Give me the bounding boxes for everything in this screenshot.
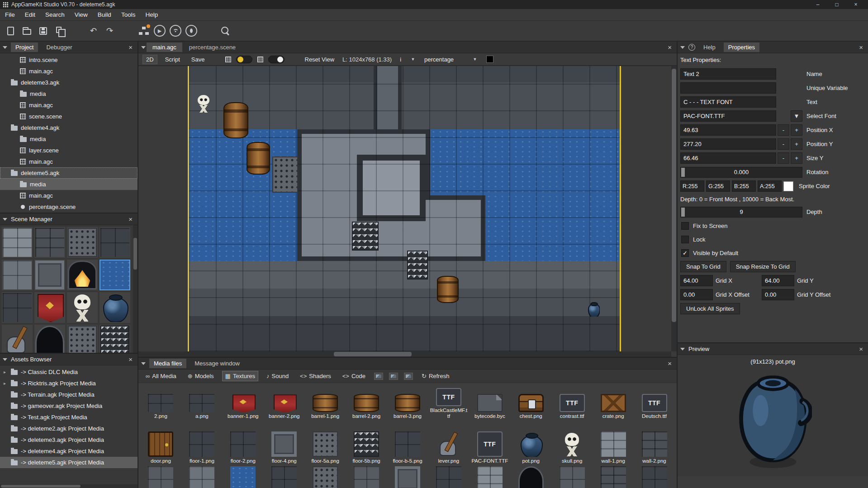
tab-project[interactable]: Project bbox=[11, 43, 38, 52]
snap-to-grid-button[interactable]: Snap To Grid bbox=[680, 261, 726, 272]
media-file-item[interactable]: floor-1.png bbox=[181, 421, 223, 465]
assets-browser-item[interactable]: -> deleteme2.agk Project Media bbox=[0, 423, 138, 434]
thumb-size-large-button[interactable] bbox=[404, 373, 413, 380]
scene-manager-tile[interactable] bbox=[34, 292, 65, 323]
media-file-item[interactable]: wall-1.png bbox=[593, 421, 634, 465]
menu-item[interactable]: Edit bbox=[20, 9, 40, 20]
refresh-button[interactable]: ↻ Refresh bbox=[419, 371, 452, 381]
background-color-swatch[interactable] bbox=[486, 56, 493, 63]
chevron-down-icon[interactable]: ▼ bbox=[409, 57, 417, 62]
thumb-size-small-button[interactable] bbox=[374, 373, 383, 380]
spikes-sprite[interactable] bbox=[352, 222, 379, 251]
color-a-input[interactable]: A:255 bbox=[758, 180, 782, 192]
media-file-item[interactable] bbox=[510, 465, 551, 488]
export-build-button[interactable] bbox=[138, 25, 150, 37]
media-filter-button[interactable]: <> Shaders bbox=[297, 371, 334, 381]
media-file-item[interactable]: bytecode.byc bbox=[469, 383, 510, 421]
mode-2d-button[interactable]: 2D bbox=[143, 55, 157, 64]
fix-to-screen-checkbox[interactable] bbox=[681, 222, 689, 230]
lock-checkbox[interactable] bbox=[681, 236, 689, 243]
pot-sprite[interactable] bbox=[587, 301, 600, 317]
close-icon[interactable]: × bbox=[126, 43, 135, 51]
close-icon[interactable]: × bbox=[665, 360, 674, 367]
size-y-plus-button[interactable]: + bbox=[791, 152, 802, 164]
menu-item[interactable]: Help bbox=[140, 9, 163, 20]
media-file-item[interactable]: floor-5a.png bbox=[305, 421, 346, 465]
project-tree-item[interactable]: scene.scene bbox=[0, 111, 138, 122]
color-b-input[interactable]: B:255 bbox=[732, 180, 756, 192]
assets-browser-item[interactable]: -> deleteme5.agk Project Media bbox=[0, 457, 138, 468]
project-tree-item[interactable]: intro.scene bbox=[0, 54, 138, 66]
project-tree-item[interactable]: main.agc bbox=[0, 66, 138, 77]
media-file-item[interactable]: pot.png bbox=[510, 421, 551, 465]
scene-manager-tile[interactable] bbox=[34, 227, 65, 258]
media-file-item[interactable]: 2.png bbox=[140, 383, 181, 421]
unlock-all-sprites-button[interactable]: UnLock All Sprites bbox=[680, 303, 740, 314]
panel-menu-icon[interactable] bbox=[3, 358, 7, 361]
scene-manager-tile[interactable] bbox=[2, 292, 33, 323]
media-file-item[interactable]: lever.png bbox=[428, 421, 469, 465]
scene-manager-tile[interactable] bbox=[100, 325, 130, 353]
font-dropdown-button[interactable]: ▼ bbox=[791, 110, 802, 122]
close-icon[interactable]: × bbox=[126, 215, 135, 223]
canvas-horizontal-scrollbar[interactable] bbox=[138, 351, 671, 357]
close-button[interactable]: × bbox=[846, 0, 865, 9]
media-file-item[interactable]: TTF Deutsch.ttf bbox=[634, 383, 675, 421]
media-file-item[interactable] bbox=[551, 465, 593, 488]
scene-manager-tile[interactable] bbox=[34, 325, 65, 353]
search-button[interactable] bbox=[219, 25, 231, 37]
snap-toggle[interactable] bbox=[268, 56, 285, 63]
depth-slider[interactable]: 9 bbox=[680, 207, 802, 218]
save-button[interactable] bbox=[37, 25, 49, 37]
barrel-sprite[interactable] bbox=[247, 142, 270, 175]
barrel-sprite[interactable] bbox=[437, 276, 459, 303]
media-file-item[interactable]: skull.png bbox=[551, 421, 593, 465]
panel-menu-icon[interactable] bbox=[3, 218, 7, 221]
project-tree-item[interactable]: layer.scene bbox=[0, 145, 138, 156]
open-project-button[interactable] bbox=[21, 25, 33, 37]
scene-manager-scrollbar[interactable] bbox=[133, 225, 138, 353]
grid-x-input[interactable]: 64.00 bbox=[680, 275, 713, 286]
tab-debugger[interactable]: Debugger bbox=[42, 43, 76, 52]
thumb-size-medium-button[interactable] bbox=[389, 373, 398, 380]
assets-browser-item[interactable]: ▸ -> Classic DLC Media bbox=[0, 366, 138, 378]
position-x-input[interactable]: 49.63 bbox=[680, 124, 776, 136]
project-tree-item[interactable]: main.agc bbox=[0, 190, 138, 201]
project-tree-item[interactable]: main.agc bbox=[0, 156, 138, 167]
scene-select-dropdown[interactable]: percentage ▼ bbox=[422, 55, 481, 64]
media-file-item[interactable]: door.png bbox=[140, 421, 181, 465]
project-tree-item[interactable]: deleteme4.agk bbox=[0, 122, 138, 133]
grid-x-offset-input[interactable]: 0.00 bbox=[680, 289, 713, 300]
project-tree-item[interactable]: media bbox=[0, 133, 138, 145]
assets-browser-item[interactable]: -> deleteme4.agk Project Media bbox=[0, 445, 138, 457]
scrollbar-thumb[interactable] bbox=[1, 485, 81, 488]
media-file-item[interactable] bbox=[593, 465, 634, 488]
scene-content[interactable] bbox=[189, 66, 620, 351]
position-x-minus-button[interactable]: - bbox=[778, 124, 789, 136]
media-file-item[interactable]: TTF PAC-FONT.TTF bbox=[469, 421, 510, 465]
media-file-item[interactable]: floor-2.png bbox=[223, 421, 264, 465]
font-select-value[interactable]: PAC-FONT.TTF bbox=[680, 110, 776, 122]
scene-manager-tile[interactable] bbox=[2, 260, 33, 290]
close-icon[interactable]: × bbox=[857, 345, 865, 353]
name-input[interactable]: Text 2 bbox=[680, 68, 776, 80]
skull-bones-sprite[interactable] bbox=[193, 94, 214, 113]
panel-menu-icon[interactable] bbox=[680, 348, 685, 351]
media-filter-button[interactable]: ∞ All Media bbox=[143, 371, 179, 381]
close-icon[interactable]: × bbox=[665, 43, 674, 51]
rotation-slider[interactable]: 0.000 bbox=[680, 167, 802, 178]
position-y-minus-button[interactable]: - bbox=[778, 138, 789, 150]
media-file-item[interactable] bbox=[428, 465, 469, 488]
media-file-item[interactable] bbox=[305, 465, 346, 488]
reset-view-button[interactable]: Reset View bbox=[302, 55, 338, 64]
undo-button[interactable]: ↶ bbox=[87, 25, 100, 37]
assets-browser-item[interactable]: ▸ -> Ricktris.agk Project Media bbox=[0, 378, 138, 389]
media-file-item[interactable]: crate.png bbox=[593, 383, 634, 421]
media-filter-button[interactable]: <> Code bbox=[340, 371, 368, 381]
save-scene-button[interactable]: Save bbox=[188, 55, 208, 64]
scrollbar-thumb[interactable] bbox=[334, 352, 412, 356]
media-file-item[interactable]: chest.png bbox=[510, 383, 551, 421]
grid-y-input[interactable]: 64.00 bbox=[762, 275, 794, 286]
scene-manager-tile[interactable] bbox=[100, 227, 130, 258]
assets-browser-item[interactable]: -> deleteme3.agk Project Media bbox=[0, 434, 138, 445]
